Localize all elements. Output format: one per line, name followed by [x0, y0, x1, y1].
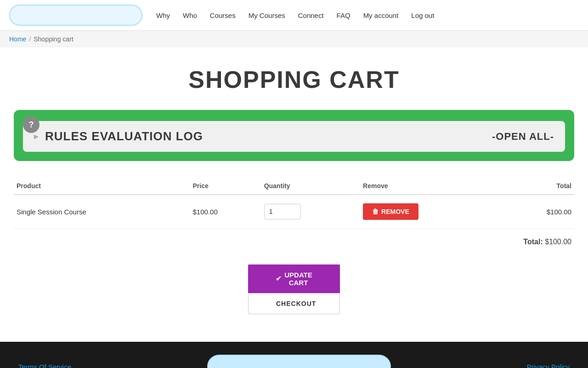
- nav-connect[interactable]: Connect: [298, 12, 324, 19]
- cart-table: Product Price Quantity Remove Total Sing…: [14, 178, 574, 229]
- remove-button[interactable]: 🗑 REMOVE: [363, 203, 418, 220]
- nav-who[interactable]: Who: [183, 12, 197, 19]
- col-product: Product: [14, 178, 190, 195]
- nav-log-out[interactable]: Log out: [411, 12, 434, 19]
- main-content: SHOPPING CART ? ▶ RULES EVALUATION LOG -…: [0, 47, 588, 342]
- nav-my-account[interactable]: My account: [363, 12, 399, 19]
- nav-courses[interactable]: Courses: [210, 12, 236, 19]
- product-price: $100.00: [190, 195, 261, 229]
- logo[interactable]: [9, 5, 142, 26]
- breadcrumb-separator: /: [29, 35, 31, 43]
- logo-area: [9, 5, 156, 26]
- remove-label: REMOVE: [381, 208, 409, 215]
- product-name: Single Session Course: [14, 195, 190, 229]
- cart-totals: Total: $100.00: [14, 229, 574, 255]
- col-total: Total: [503, 178, 574, 195]
- breadcrumb: Home / Shopping cart: [0, 31, 588, 47]
- footer-logo[interactable]: [207, 355, 391, 368]
- site-header: Why Who Courses My Courses Connect FAQ M…: [0, 0, 588, 31]
- remove-cell: 🗑 REMOVE: [360, 195, 503, 229]
- col-remove: Remove: [360, 178, 503, 195]
- nav-faq[interactable]: FAQ: [337, 12, 351, 19]
- rules-inner-panel[interactable]: ▶ RULES EVALUATION LOG -OPEN ALL-: [23, 121, 565, 152]
- breadcrumb-home[interactable]: Home: [9, 35, 26, 43]
- trash-icon: 🗑: [372, 208, 379, 215]
- breadcrumb-current: Shopping cart: [34, 35, 73, 43]
- col-price: Price: [190, 178, 261, 195]
- update-cart-button[interactable]: ✔ UPDATE CART: [248, 264, 340, 293]
- nav-my-courses[interactable]: My Courses: [249, 12, 285, 19]
- question-icon: ?: [23, 116, 40, 133]
- totals-label: Total:: [523, 238, 543, 246]
- rules-evaluation-box: ? ▶ RULES EVALUATION LOG -OPEN ALL-: [14, 110, 574, 161]
- checkmark-icon: ✔: [276, 275, 282, 283]
- rules-title: RULES EVALUATION LOG: [45, 129, 203, 144]
- rules-arrow-icon: ▶: [34, 133, 39, 140]
- main-nav: Why Who Courses My Courses Connect FAQ M…: [156, 12, 579, 19]
- update-cart-label: UPDATE CART: [284, 271, 312, 287]
- product-total: $100.00: [503, 195, 574, 229]
- open-all-button[interactable]: -OPEN ALL-: [492, 131, 554, 143]
- table-row: Single Session Course $100.00 🗑 REMOVE $…: [14, 195, 574, 229]
- product-quantity-cell: [261, 195, 360, 229]
- checkout-button[interactable]: CHECKOUT: [248, 293, 340, 314]
- totals-value: $100.00: [545, 238, 571, 246]
- checkout-label: CHECKOUT: [276, 300, 316, 307]
- terms-of-service-link[interactable]: Terms Of Service: [18, 363, 71, 368]
- quantity-input[interactable]: [264, 204, 301, 219]
- privacy-policy-link[interactable]: Privacy Policy: [527, 363, 570, 368]
- nav-why[interactable]: Why: [156, 12, 170, 19]
- page-title: SHOPPING CART: [14, 66, 574, 93]
- site-footer: Terms Of Service Privacy Policy: [0, 342, 588, 368]
- col-quantity: Quantity: [261, 178, 360, 195]
- cart-actions: ✔ UPDATE CART CHECKOUT: [14, 264, 574, 314]
